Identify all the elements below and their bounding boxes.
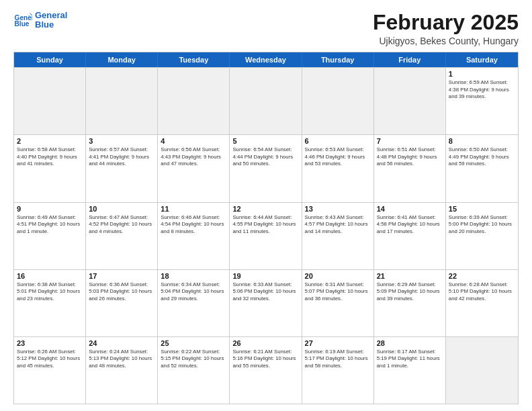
cal-cell-28: 28Sunrise: 6:17 AM Sunset: 5:19 PM Dayli… — [374, 337, 446, 404]
day-number: 4 — [161, 137, 226, 145]
cal-cell-5: 5Sunrise: 6:54 AM Sunset: 4:44 PM Daylig… — [230, 135, 302, 201]
cal-cell-14: 14Sunrise: 6:41 AM Sunset: 4:58 PM Dayli… — [374, 203, 446, 269]
month-title: February 2025 — [373, 11, 519, 34]
day-number: 8 — [449, 137, 515, 145]
cal-cell-9: 9Sunrise: 6:49 AM Sunset: 4:51 PM Daylig… — [14, 203, 86, 269]
day-number: 25 — [161, 339, 226, 347]
header-day-tuesday: Tuesday — [158, 52, 230, 67]
day-info: Sunrise: 6:26 AM Sunset: 5:12 PM Dayligh… — [17, 349, 83, 370]
cal-cell-empty-0-1 — [86, 68, 158, 134]
cal-row-3: 16Sunrise: 6:38 AM Sunset: 5:01 PM Dayli… — [14, 269, 518, 336]
day-number: 22 — [449, 272, 515, 280]
day-number: 13 — [305, 205, 371, 213]
header-day-saturday: Saturday — [446, 52, 518, 67]
cal-cell-17: 17Sunrise: 6:36 AM Sunset: 5:03 PM Dayli… — [86, 270, 158, 336]
cal-row-2: 9Sunrise: 6:49 AM Sunset: 4:51 PM Daylig… — [14, 202, 518, 269]
cal-cell-2: 2Sunrise: 6:58 AM Sunset: 4:40 PM Daylig… — [14, 135, 86, 201]
day-number: 2 — [17, 137, 83, 145]
day-number: 9 — [17, 205, 83, 213]
cal-cell-20: 20Sunrise: 6:31 AM Sunset: 5:07 PM Dayli… — [302, 270, 374, 336]
day-info: Sunrise: 6:59 AM Sunset: 4:38 PM Dayligh… — [449, 79, 515, 101]
day-info: Sunrise: 6:24 AM Sunset: 5:13 PM Dayligh… — [89, 349, 154, 370]
cal-cell-7: 7Sunrise: 6:51 AM Sunset: 4:48 PM Daylig… — [374, 135, 446, 201]
header-day-thursday: Thursday — [302, 52, 374, 67]
cal-cell-26: 26Sunrise: 6:21 AM Sunset: 5:16 PM Dayli… — [230, 337, 302, 404]
day-number: 5 — [232, 137, 298, 145]
day-info: Sunrise: 6:54 AM Sunset: 4:44 PM Dayligh… — [232, 146, 298, 168]
header-day-wednesday: Wednesday — [230, 52, 302, 67]
cal-cell-1: 1Sunrise: 6:59 AM Sunset: 4:38 PM Daylig… — [446, 68, 518, 134]
location-title: Ujkigyos, Bekes County, Hungary — [373, 36, 519, 46]
cal-cell-6: 6Sunrise: 6:53 AM Sunset: 4:46 PM Daylig… — [302, 135, 374, 201]
calendar-header: SundayMondayTuesdayWednesdayThursdayFrid… — [14, 52, 518, 67]
day-number: 3 — [89, 137, 154, 145]
cal-cell-22: 22Sunrise: 6:28 AM Sunset: 5:10 PM Dayli… — [446, 270, 518, 336]
day-number: 28 — [377, 339, 443, 347]
day-info: Sunrise: 6:21 AM Sunset: 5:16 PM Dayligh… — [232, 349, 298, 370]
day-number: 11 — [161, 205, 226, 213]
day-number: 10 — [89, 205, 154, 213]
day-info: Sunrise: 6:56 AM Sunset: 4:43 PM Dayligh… — [161, 146, 226, 168]
day-info: Sunrise: 6:39 AM Sunset: 5:00 PM Dayligh… — [449, 214, 515, 236]
cal-cell-empty-4-6 — [446, 337, 518, 404]
header-day-friday: Friday — [374, 52, 446, 67]
cal-cell-13: 13Sunrise: 6:43 AM Sunset: 4:57 PM Dayli… — [302, 203, 374, 269]
day-info: Sunrise: 6:41 AM Sunset: 4:58 PM Dayligh… — [377, 214, 443, 236]
day-number: 23 — [17, 339, 83, 347]
day-info: Sunrise: 6:34 AM Sunset: 5:04 PM Dayligh… — [161, 281, 226, 303]
day-number: 18 — [161, 272, 226, 280]
calendar-body: 1Sunrise: 6:59 AM Sunset: 4:38 PM Daylig… — [14, 67, 518, 404]
day-number: 19 — [232, 272, 298, 280]
day-number: 26 — [232, 339, 298, 347]
header-day-sunday: Sunday — [14, 52, 86, 67]
cal-cell-empty-0-2 — [158, 68, 230, 134]
cal-cell-23: 23Sunrise: 6:26 AM Sunset: 5:12 PM Dayli… — [14, 337, 86, 404]
day-info: Sunrise: 6:58 AM Sunset: 4:40 PM Dayligh… — [17, 146, 83, 168]
day-number: 15 — [449, 205, 515, 213]
day-info: Sunrise: 6:38 AM Sunset: 5:01 PM Dayligh… — [17, 281, 83, 303]
logo: General Blue General Blue — [13, 11, 67, 30]
day-info: Sunrise: 6:49 AM Sunset: 4:51 PM Dayligh… — [17, 214, 83, 236]
day-info: Sunrise: 6:51 AM Sunset: 4:48 PM Dayligh… — [377, 146, 443, 168]
day-info: Sunrise: 6:22 AM Sunset: 5:15 PM Dayligh… — [161, 349, 226, 370]
cal-cell-3: 3Sunrise: 6:57 AM Sunset: 4:41 PM Daylig… — [86, 135, 158, 201]
day-number: 20 — [305, 272, 371, 280]
cal-cell-18: 18Sunrise: 6:34 AM Sunset: 5:04 PM Dayli… — [158, 270, 230, 336]
day-number: 1 — [449, 70, 515, 78]
cal-row-4: 23Sunrise: 6:26 AM Sunset: 5:12 PM Dayli… — [14, 336, 518, 404]
cal-cell-8: 8Sunrise: 6:50 AM Sunset: 4:49 PM Daylig… — [446, 135, 518, 201]
cal-cell-empty-0-0 — [14, 68, 86, 134]
page: General Blue General Blue February 2025 … — [0, 0, 532, 411]
cal-cell-11: 11Sunrise: 6:46 AM Sunset: 4:54 PM Dayli… — [158, 203, 230, 269]
day-info: Sunrise: 6:36 AM Sunset: 5:03 PM Dayligh… — [89, 281, 154, 303]
cal-cell-10: 10Sunrise: 6:47 AM Sunset: 4:52 PM Dayli… — [86, 203, 158, 269]
cal-row-1: 2Sunrise: 6:58 AM Sunset: 4:40 PM Daylig… — [14, 134, 518, 201]
day-number: 6 — [305, 137, 371, 145]
day-info: Sunrise: 6:19 AM Sunset: 5:17 PM Dayligh… — [305, 349, 371, 370]
header: General Blue General Blue February 2025 … — [13, 11, 519, 46]
day-info: Sunrise: 6:46 AM Sunset: 4:54 PM Dayligh… — [161, 214, 226, 236]
title-block: February 2025 Ujkigyos, Bekes County, Hu… — [373, 11, 519, 46]
cal-cell-25: 25Sunrise: 6:22 AM Sunset: 5:15 PM Dayli… — [158, 337, 230, 404]
logo-line2: Blue — [35, 20, 67, 30]
logo-icon: General Blue — [13, 11, 32, 30]
day-number: 16 — [17, 272, 83, 280]
day-number: 14 — [377, 205, 443, 213]
day-number: 27 — [305, 339, 371, 347]
cal-cell-27: 27Sunrise: 6:19 AM Sunset: 5:17 PM Dayli… — [302, 337, 374, 404]
calendar: SundayMondayTuesdayWednesdayThursdayFrid… — [13, 52, 519, 404]
svg-text:Blue: Blue — [15, 21, 30, 28]
day-info: Sunrise: 6:29 AM Sunset: 5:09 PM Dayligh… — [377, 281, 443, 303]
day-info: Sunrise: 6:28 AM Sunset: 5:10 PM Dayligh… — [449, 281, 515, 303]
cal-cell-16: 16Sunrise: 6:38 AM Sunset: 5:01 PM Dayli… — [14, 270, 86, 336]
day-number: 12 — [232, 205, 298, 213]
day-info: Sunrise: 6:43 AM Sunset: 4:57 PM Dayligh… — [305, 214, 371, 236]
cal-cell-15: 15Sunrise: 6:39 AM Sunset: 5:00 PM Dayli… — [446, 203, 518, 269]
cal-cell-24: 24Sunrise: 6:24 AM Sunset: 5:13 PM Dayli… — [86, 337, 158, 404]
day-info: Sunrise: 6:31 AM Sunset: 5:07 PM Dayligh… — [305, 281, 371, 303]
cal-cell-19: 19Sunrise: 6:33 AM Sunset: 5:06 PM Dayli… — [230, 270, 302, 336]
cal-cell-4: 4Sunrise: 6:56 AM Sunset: 4:43 PM Daylig… — [158, 135, 230, 201]
cal-cell-21: 21Sunrise: 6:29 AM Sunset: 5:09 PM Dayli… — [374, 270, 446, 336]
day-info: Sunrise: 6:50 AM Sunset: 4:49 PM Dayligh… — [449, 146, 515, 168]
day-info: Sunrise: 6:44 AM Sunset: 4:55 PM Dayligh… — [232, 214, 298, 236]
